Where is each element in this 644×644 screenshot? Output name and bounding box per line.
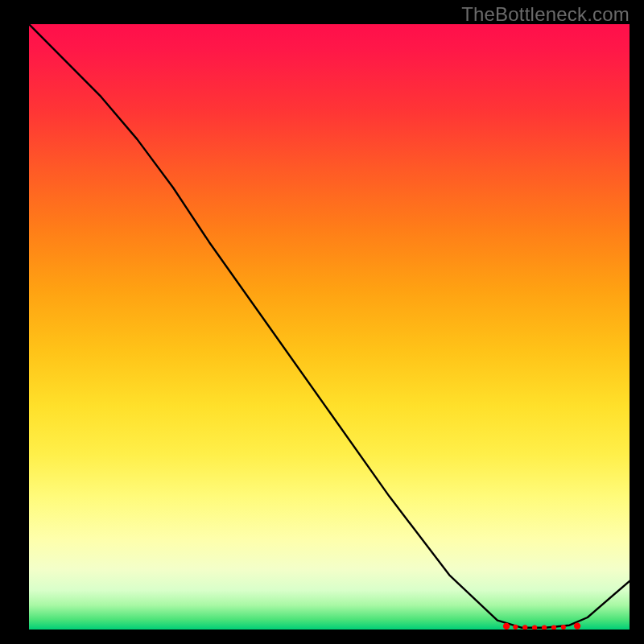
marker-dot <box>532 625 537 630</box>
marker-dot <box>574 622 580 629</box>
marker-dot <box>561 625 566 630</box>
marker-dot <box>503 623 510 630</box>
marker-dot <box>522 625 527 630</box>
chart-frame: TheBottleneck.com <box>0 0 644 644</box>
main-curve <box>29 24 630 628</box>
marker-dot <box>513 625 518 630</box>
plot-area <box>29 24 630 630</box>
watermark-text: TheBottleneck.com <box>461 3 630 26</box>
marker-dot <box>542 625 547 630</box>
chart-svg-layer <box>29 24 630 630</box>
